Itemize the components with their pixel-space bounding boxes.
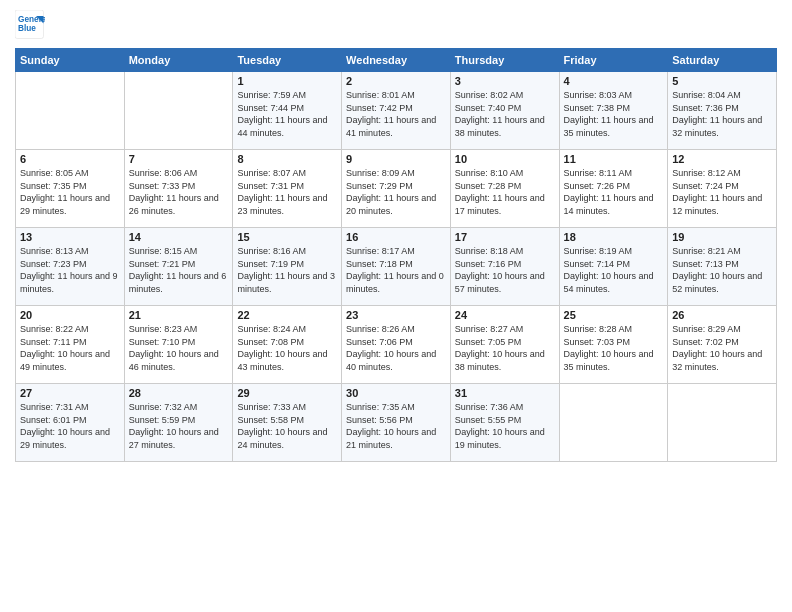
day-info: Sunrise: 8:26 AM Sunset: 7:06 PM Dayligh… — [346, 323, 446, 373]
day-info: Sunrise: 8:24 AM Sunset: 7:08 PM Dayligh… — [237, 323, 337, 373]
day-number: 12 — [672, 153, 772, 165]
day-info: Sunrise: 8:10 AM Sunset: 7:28 PM Dayligh… — [455, 167, 555, 217]
day-info: Sunrise: 7:33 AM Sunset: 5:58 PM Dayligh… — [237, 401, 337, 451]
day-number: 23 — [346, 309, 446, 321]
week-row-4: 20Sunrise: 8:22 AM Sunset: 7:11 PM Dayli… — [16, 306, 777, 384]
day-number: 15 — [237, 231, 337, 243]
day-number: 28 — [129, 387, 229, 399]
weekday-header-saturday: Saturday — [668, 49, 777, 72]
day-number: 31 — [455, 387, 555, 399]
weekday-header-wednesday: Wednesday — [342, 49, 451, 72]
day-number: 19 — [672, 231, 772, 243]
calendar-cell: 2Sunrise: 8:01 AM Sunset: 7:42 PM Daylig… — [342, 72, 451, 150]
calendar-cell: 24Sunrise: 8:27 AM Sunset: 7:05 PM Dayli… — [450, 306, 559, 384]
day-info: Sunrise: 8:17 AM Sunset: 7:18 PM Dayligh… — [346, 245, 446, 295]
calendar-cell: 1Sunrise: 7:59 AM Sunset: 7:44 PM Daylig… — [233, 72, 342, 150]
calendar-cell: 22Sunrise: 8:24 AM Sunset: 7:08 PM Dayli… — [233, 306, 342, 384]
page: General Blue SundayMondayTuesdayWednesda… — [0, 0, 792, 612]
day-number: 9 — [346, 153, 446, 165]
calendar-cell: 21Sunrise: 8:23 AM Sunset: 7:10 PM Dayli… — [124, 306, 233, 384]
calendar-cell: 8Sunrise: 8:07 AM Sunset: 7:31 PM Daylig… — [233, 150, 342, 228]
day-number: 4 — [564, 75, 664, 87]
week-row-5: 27Sunrise: 7:31 AM Sunset: 6:01 PM Dayli… — [16, 384, 777, 462]
day-number: 16 — [346, 231, 446, 243]
svg-text:Blue: Blue — [18, 24, 36, 33]
weekday-header-thursday: Thursday — [450, 49, 559, 72]
day-info: Sunrise: 8:05 AM Sunset: 7:35 PM Dayligh… — [20, 167, 120, 217]
calendar-cell: 23Sunrise: 8:26 AM Sunset: 7:06 PM Dayli… — [342, 306, 451, 384]
day-info: Sunrise: 8:16 AM Sunset: 7:19 PM Dayligh… — [237, 245, 337, 295]
day-info: Sunrise: 8:11 AM Sunset: 7:26 PM Dayligh… — [564, 167, 664, 217]
calendar-cell: 7Sunrise: 8:06 AM Sunset: 7:33 PM Daylig… — [124, 150, 233, 228]
day-info: Sunrise: 8:13 AM Sunset: 7:23 PM Dayligh… — [20, 245, 120, 295]
weekday-header-friday: Friday — [559, 49, 668, 72]
weekday-header-row: SundayMondayTuesdayWednesdayThursdayFrid… — [16, 49, 777, 72]
day-info: Sunrise: 7:59 AM Sunset: 7:44 PM Dayligh… — [237, 89, 337, 139]
day-info: Sunrise: 8:06 AM Sunset: 7:33 PM Dayligh… — [129, 167, 229, 217]
calendar-cell: 17Sunrise: 8:18 AM Sunset: 7:16 PM Dayli… — [450, 228, 559, 306]
day-info: Sunrise: 8:03 AM Sunset: 7:38 PM Dayligh… — [564, 89, 664, 139]
day-number: 1 — [237, 75, 337, 87]
day-info: Sunrise: 8:29 AM Sunset: 7:02 PM Dayligh… — [672, 323, 772, 373]
calendar-cell: 6Sunrise: 8:05 AM Sunset: 7:35 PM Daylig… — [16, 150, 125, 228]
day-number: 25 — [564, 309, 664, 321]
day-info: Sunrise: 8:15 AM Sunset: 7:21 PM Dayligh… — [129, 245, 229, 295]
calendar-cell: 27Sunrise: 7:31 AM Sunset: 6:01 PM Dayli… — [16, 384, 125, 462]
day-info: Sunrise: 8:04 AM Sunset: 7:36 PM Dayligh… — [672, 89, 772, 139]
calendar-cell: 3Sunrise: 8:02 AM Sunset: 7:40 PM Daylig… — [450, 72, 559, 150]
day-number: 29 — [237, 387, 337, 399]
day-info: Sunrise: 8:12 AM Sunset: 7:24 PM Dayligh… — [672, 167, 772, 217]
calendar-cell: 30Sunrise: 7:35 AM Sunset: 5:56 PM Dayli… — [342, 384, 451, 462]
calendar-cell — [668, 384, 777, 462]
day-number: 11 — [564, 153, 664, 165]
day-number: 20 — [20, 309, 120, 321]
header: General Blue — [15, 10, 777, 40]
calendar-cell: 20Sunrise: 8:22 AM Sunset: 7:11 PM Dayli… — [16, 306, 125, 384]
weekday-header-sunday: Sunday — [16, 49, 125, 72]
day-info: Sunrise: 7:32 AM Sunset: 5:59 PM Dayligh… — [129, 401, 229, 451]
calendar-cell: 29Sunrise: 7:33 AM Sunset: 5:58 PM Dayli… — [233, 384, 342, 462]
calendar-cell: 14Sunrise: 8:15 AM Sunset: 7:21 PM Dayli… — [124, 228, 233, 306]
day-info: Sunrise: 7:31 AM Sunset: 6:01 PM Dayligh… — [20, 401, 120, 451]
day-number: 30 — [346, 387, 446, 399]
calendar-table: SundayMondayTuesdayWednesdayThursdayFrid… — [15, 48, 777, 462]
calendar-cell: 4Sunrise: 8:03 AM Sunset: 7:38 PM Daylig… — [559, 72, 668, 150]
day-info: Sunrise: 8:23 AM Sunset: 7:10 PM Dayligh… — [129, 323, 229, 373]
day-info: Sunrise: 8:21 AM Sunset: 7:13 PM Dayligh… — [672, 245, 772, 295]
day-info: Sunrise: 8:09 AM Sunset: 7:29 PM Dayligh… — [346, 167, 446, 217]
day-number: 26 — [672, 309, 772, 321]
day-number: 10 — [455, 153, 555, 165]
week-row-1: 1Sunrise: 7:59 AM Sunset: 7:44 PM Daylig… — [16, 72, 777, 150]
day-info: Sunrise: 7:36 AM Sunset: 5:55 PM Dayligh… — [455, 401, 555, 451]
day-info: Sunrise: 7:35 AM Sunset: 5:56 PM Dayligh… — [346, 401, 446, 451]
day-number: 21 — [129, 309, 229, 321]
day-info: Sunrise: 8:22 AM Sunset: 7:11 PM Dayligh… — [20, 323, 120, 373]
day-number: 27 — [20, 387, 120, 399]
day-info: Sunrise: 8:28 AM Sunset: 7:03 PM Dayligh… — [564, 323, 664, 373]
calendar-cell: 13Sunrise: 8:13 AM Sunset: 7:23 PM Dayli… — [16, 228, 125, 306]
day-info: Sunrise: 8:02 AM Sunset: 7:40 PM Dayligh… — [455, 89, 555, 139]
calendar-cell — [559, 384, 668, 462]
calendar-cell: 28Sunrise: 7:32 AM Sunset: 5:59 PM Dayli… — [124, 384, 233, 462]
calendar-cell — [124, 72, 233, 150]
day-number: 14 — [129, 231, 229, 243]
calendar-cell: 18Sunrise: 8:19 AM Sunset: 7:14 PM Dayli… — [559, 228, 668, 306]
calendar-cell: 11Sunrise: 8:11 AM Sunset: 7:26 PM Dayli… — [559, 150, 668, 228]
logo-icon: General Blue — [15, 10, 45, 40]
day-number: 3 — [455, 75, 555, 87]
day-number: 8 — [237, 153, 337, 165]
calendar-cell: 31Sunrise: 7:36 AM Sunset: 5:55 PM Dayli… — [450, 384, 559, 462]
calendar-cell: 9Sunrise: 8:09 AM Sunset: 7:29 PM Daylig… — [342, 150, 451, 228]
calendar-cell: 25Sunrise: 8:28 AM Sunset: 7:03 PM Dayli… — [559, 306, 668, 384]
day-info: Sunrise: 8:01 AM Sunset: 7:42 PM Dayligh… — [346, 89, 446, 139]
day-info: Sunrise: 8:27 AM Sunset: 7:05 PM Dayligh… — [455, 323, 555, 373]
day-number: 18 — [564, 231, 664, 243]
day-number: 17 — [455, 231, 555, 243]
weekday-header-tuesday: Tuesday — [233, 49, 342, 72]
day-number: 2 — [346, 75, 446, 87]
day-info: Sunrise: 8:18 AM Sunset: 7:16 PM Dayligh… — [455, 245, 555, 295]
weekday-header-monday: Monday — [124, 49, 233, 72]
calendar-cell: 10Sunrise: 8:10 AM Sunset: 7:28 PM Dayli… — [450, 150, 559, 228]
day-number: 22 — [237, 309, 337, 321]
day-number: 24 — [455, 309, 555, 321]
